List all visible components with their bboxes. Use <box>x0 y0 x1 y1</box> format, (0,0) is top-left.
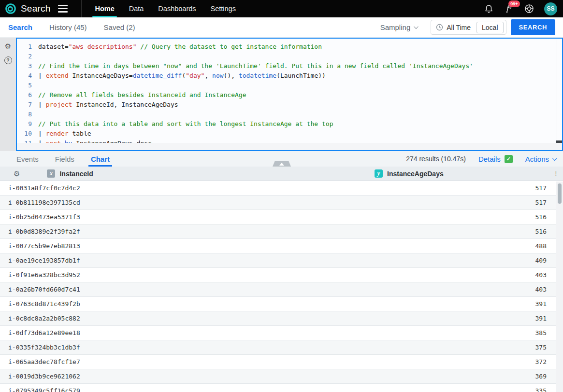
nav-item-dashboards[interactable]: Dashboards <box>151 0 203 17</box>
tab-history[interactable]: History (45) <box>49 23 87 31</box>
details-label: Details <box>478 155 501 163</box>
results-table-header: ⚙ x InstanceId y InstanceAgeDays ! <box>0 167 563 181</box>
table-row[interactable]: i-0f91e6a328bc3d952403 <box>0 268 556 282</box>
nav-item-data[interactable]: Data <box>122 0 151 17</box>
code-line[interactable]: 5 <box>17 81 554 90</box>
details-link[interactable]: Details ✓ <box>478 155 513 163</box>
cell-instanceid: i-0b0d8389e2f39fa2f <box>0 228 535 235</box>
cell-instanceid: i-0335f324bb3c1db3f <box>0 344 535 351</box>
cell-instanceagedays: 375 <box>535 344 556 351</box>
editor-help-icon[interactable]: ? <box>4 56 12 64</box>
editor-settings-gear-icon[interactable]: ⚙ <box>5 42 11 50</box>
editor-scrollbar-thumb[interactable] <box>556 140 562 143</box>
code-line[interactable]: 4| extend InstanceAgeDays=datetime_diff(… <box>17 71 554 81</box>
editor-horizontal-scrollbar[interactable] <box>17 143 562 150</box>
chevron-down-icon <box>414 24 419 29</box>
table-row[interactable]: i-0031a8f7cf0c7d4c2517 <box>0 181 556 196</box>
column-label: InstanceAgeDays <box>387 170 444 178</box>
table-row[interactable]: i-0795349c5ff16c579335 <box>0 384 556 392</box>
cell-instanceagedays: 488 <box>535 242 556 250</box>
topbar-right-icons: 99+ SS <box>483 2 563 15</box>
actions-label: Actions <box>525 155 549 163</box>
line-number: 5 <box>17 81 38 90</box>
tab-chart[interactable]: Chart <box>83 151 118 167</box>
search-toolbar: Search History (45) Saved (2) Sampling A… <box>0 17 563 38</box>
table-row[interactable]: i-0a26b70fd660d7c41403 <box>0 282 556 297</box>
cell-instanceagedays: 516 <box>535 228 556 235</box>
search-mode-tabs: Search History (45) Saved (2) <box>0 23 135 31</box>
code-line[interactable]: 1dataset="aws_descriptions" // Query the… <box>17 42 554 52</box>
code-line[interactable]: 2 <box>17 52 554 61</box>
user-avatar[interactable]: SS <box>544 2 557 15</box>
line-number: 8 <box>17 110 38 119</box>
brand-group: Search <box>0 0 74 17</box>
table-row[interactable]: i-0019d3b9ce9621062369 <box>0 369 556 384</box>
y-axis-badge[interactable]: y <box>375 169 383 178</box>
cell-instanceid: i-0c8dc8a2a2b05c882 <box>0 315 535 322</box>
timezone-button[interactable]: Local <box>476 22 503 33</box>
sampling-dropdown[interactable]: Sampling <box>380 23 418 31</box>
cell-instanceid: i-0795349c5ff16c579 <box>0 387 535 392</box>
table-row[interactable]: i-0df73d6a12e89ee18385 <box>0 326 556 340</box>
announcements-flag-icon[interactable]: 99+ <box>504 3 514 14</box>
nav-item-home[interactable]: Home <box>87 0 121 17</box>
table-row[interactable]: i-0b811198e397135cd517 <box>0 196 556 210</box>
app-logo-icon[interactable] <box>5 3 16 14</box>
line-number: 1 <box>17 42 38 52</box>
tab-search[interactable]: Search <box>8 23 32 31</box>
search-button[interactable]: SEARCH <box>511 19 556 35</box>
table-row[interactable]: i-0ae19ce193857db1f409 <box>0 253 556 268</box>
table-settings-gear-icon[interactable]: ⚙ <box>14 170 20 177</box>
code-line[interactable]: 10| render table <box>17 129 554 139</box>
panel-collapse-handle[interactable] <box>273 161 291 167</box>
notifications-bell-icon[interactable] <box>483 3 494 14</box>
code-line[interactable]: 6// Remove all fields besides InstanceId… <box>17 90 554 100</box>
top-app-bar: Search Home Data Dashboards Settings 99+ <box>0 0 563 17</box>
editor-vertical-scrollbar[interactable] <box>557 39 557 150</box>
cell-instanceagedays: 517 <box>535 184 556 192</box>
code-line[interactable]: 7| project InstanceId, InstanceAgeDays <box>17 100 554 110</box>
line-number: 7 <box>17 100 38 110</box>
table-row[interactable]: i-0b0d8389e2f39fa2f516 <box>0 224 556 239</box>
hamburger-menu-icon[interactable] <box>58 5 68 13</box>
x-axis-badge[interactable]: x <box>47 169 55 178</box>
column-options-icon[interactable]: ! <box>555 170 557 177</box>
table-row[interactable]: i-0763c8d871c439f2b391 <box>0 297 556 311</box>
column-header-instanceid[interactable]: x InstanceId <box>47 169 93 178</box>
chevron-down-icon <box>552 156 557 161</box>
column-label: InstanceId <box>59 170 93 178</box>
topbar-divider <box>81 0 82 17</box>
column-header-instanceagedays[interactable]: y InstanceAgeDays <box>375 169 444 178</box>
table-row[interactable]: i-0c8dc8a2a2b05c882391 <box>0 311 556 326</box>
table-scrollbar-thumb[interactable] <box>558 183 562 204</box>
tab-events[interactable]: Events <box>8 151 47 167</box>
code-text: | project InstanceId, InstanceAgeDays <box>38 100 178 110</box>
table-row[interactable]: i-0077c5b9e7eb82813488 <box>0 239 556 253</box>
tab-saved[interactable]: Saved (2) <box>104 23 135 31</box>
tab-fields[interactable]: Fields <box>47 151 83 167</box>
time-range-group: All Time Local <box>431 20 506 35</box>
query-editor[interactable]: 1dataset="aws_descriptions" // Query the… <box>16 38 563 151</box>
table-row[interactable]: i-065aa3dec78fcf1e7372 <box>0 355 556 369</box>
cell-instanceagedays: 372 <box>535 358 556 365</box>
cell-instanceid: i-0763c8d871c439f2b <box>0 300 535 308</box>
cell-instanceagedays: 516 <box>535 213 556 221</box>
code-line[interactable]: 8 <box>17 110 554 119</box>
table-scrollbar[interactable] <box>556 182 563 392</box>
cell-instanceid: i-0f91e6a328bc3d952 <box>0 271 535 279</box>
cell-instanceagedays: 409 <box>535 257 556 264</box>
table-row[interactable]: i-0b25d0473ea5371f3516 <box>0 210 556 224</box>
code-text: dataset="aws_descriptions" // Query the … <box>38 42 322 52</box>
code-line[interactable]: 9// Put this data into a table and sort … <box>17 119 554 129</box>
details-check-icon: ✓ <box>505 155 513 163</box>
line-number: 10 <box>17 129 38 139</box>
actions-dropdown[interactable]: Actions <box>525 155 556 163</box>
help-lifering-icon[interactable] <box>524 3 534 14</box>
table-row[interactable]: i-0335f324bb3c1db3f375 <box>0 340 556 355</box>
cell-instanceid: i-0a26b70fd660d7c41 <box>0 286 535 293</box>
code-line[interactable]: 3// Find the time in days between "now" … <box>17 61 554 71</box>
line-number: 6 <box>17 90 38 100</box>
nav-item-settings[interactable]: Settings <box>203 0 243 17</box>
time-range-value[interactable]: All Time <box>447 24 471 31</box>
brand-title: Search <box>21 3 50 14</box>
